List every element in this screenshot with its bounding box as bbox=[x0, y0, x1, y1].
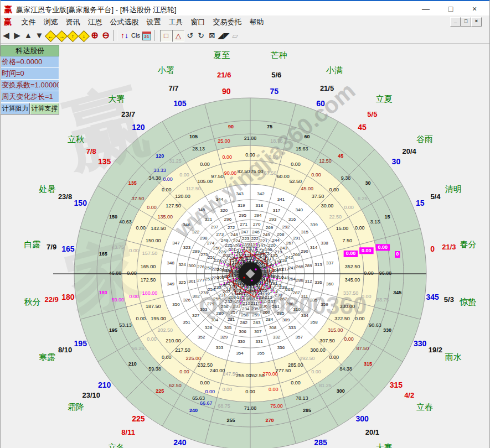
title-bar: 赢 赢家江恩专业版[赢家服务平台] - [科达股份 江恩轮] — □ × bbox=[1, 0, 489, 15]
menu-item-2[interactable]: 资讯 bbox=[61, 15, 84, 27]
page-left-icon[interactable]: ◀ bbox=[1, 30, 12, 41]
svg-text:340: 340 bbox=[296, 207, 303, 212]
svg-text:348: 348 bbox=[167, 261, 175, 265]
svg-text:291: 291 bbox=[293, 236, 301, 241]
menu-item-1[interactable]: 浏览 bbox=[39, 15, 61, 27]
svg-text:343: 343 bbox=[236, 191, 244, 196]
svg-text:120.00: 120.00 bbox=[175, 194, 190, 199]
svg-text:329: 329 bbox=[220, 335, 228, 340]
svg-text:351: 351 bbox=[183, 320, 190, 325]
svg-text:93.75: 93.75 bbox=[376, 297, 389, 303]
gann-wheel[interactable]: www.yingjia360.comQQ:100800360赢家01530456… bbox=[1, 0, 490, 448]
svg-text:321: 321 bbox=[205, 217, 213, 222]
mdi-close-button[interactable]: × bbox=[471, 17, 482, 27]
rotate-cw-icon[interactable]: ↻ bbox=[195, 30, 207, 41]
svg-text:270: 270 bbox=[265, 418, 274, 423]
svg-text:265: 265 bbox=[296, 264, 304, 269]
svg-text:84.38: 84.38 bbox=[339, 366, 352, 372]
calc-resistance-button[interactable]: 计算阻力 bbox=[1, 103, 30, 114]
triangle-tool-icon[interactable]: △ bbox=[172, 30, 184, 42]
svg-text:4/2: 4/2 bbox=[404, 391, 414, 399]
svg-text:336: 336 bbox=[314, 280, 322, 285]
svg-text:37.50: 37.50 bbox=[132, 196, 145, 201]
rotate-ccw-icon[interactable]: ↺ bbox=[184, 30, 195, 41]
svg-text:354: 354 bbox=[236, 351, 244, 356]
svg-text:273: 273 bbox=[216, 232, 224, 237]
mdi-minimize-button[interactable]: _ bbox=[450, 17, 461, 27]
svg-text:331: 331 bbox=[256, 339, 264, 344]
svg-text:235: 235 bbox=[251, 306, 259, 311]
calendar-icon[interactable]: 21 bbox=[141, 30, 152, 41]
svg-text:289: 289 bbox=[305, 263, 312, 268]
calc-support-button[interactable]: 计算支撑 bbox=[30, 103, 59, 114]
svg-text:37.50: 37.50 bbox=[312, 194, 324, 199]
svg-text:150: 150 bbox=[74, 199, 87, 207]
page-right-icon[interactable]: ▶ bbox=[12, 30, 23, 41]
page-up-icon[interactable]: ▲ bbox=[23, 30, 34, 41]
menu-item-8[interactable]: 交易委托 bbox=[209, 15, 245, 27]
svg-text:23/8: 23/8 bbox=[58, 192, 72, 201]
svg-text:327: 327 bbox=[192, 313, 200, 318]
svg-text:6.25: 6.25 bbox=[358, 196, 368, 201]
svg-text:277.50: 277.50 bbox=[276, 368, 291, 373]
svg-text:23/7: 23/7 bbox=[121, 110, 135, 118]
menu-item-5[interactable]: 设置 bbox=[142, 15, 164, 27]
close-button[interactable]: × bbox=[466, 3, 483, 15]
pin-tool-icon[interactable]: ▱ bbox=[230, 30, 241, 41]
svg-text:立冬: 立冬 bbox=[108, 442, 125, 448]
minimize-button[interactable]: — bbox=[417, 3, 434, 15]
svg-text:301: 301 bbox=[188, 279, 196, 284]
svg-text:241: 241 bbox=[288, 265, 296, 270]
svg-text:285: 285 bbox=[314, 438, 327, 447]
svg-text:15.63: 15.63 bbox=[296, 146, 308, 152]
svg-text:7.50: 7.50 bbox=[342, 238, 352, 243]
svg-text:0.00: 0.00 bbox=[136, 225, 146, 231]
svg-text:245: 245 bbox=[262, 232, 270, 237]
menu-item-3[interactable]: 江恩 bbox=[84, 15, 106, 27]
mdi-restore-button[interactable]: □ bbox=[461, 17, 471, 27]
separator bbox=[113, 30, 117, 41]
square-tool-icon[interactable]: □ bbox=[160, 30, 172, 42]
svg-text:293: 293 bbox=[269, 217, 277, 222]
svg-text:304: 304 bbox=[211, 317, 219, 322]
svg-text:60: 60 bbox=[316, 99, 325, 108]
cls-button[interactable]: Cls bbox=[130, 30, 141, 41]
svg-text:165: 165 bbox=[61, 244, 75, 253]
svg-text:雨水: 雨水 bbox=[445, 352, 462, 362]
move-up-icon[interactable]: ↑ bbox=[67, 30, 78, 41]
move-right-icon[interactable]: → bbox=[56, 30, 67, 41]
svg-text:0.00: 0.00 bbox=[129, 248, 139, 253]
menu-item-9[interactable]: 帮助 bbox=[245, 15, 267, 27]
svg-text:248: 248 bbox=[230, 232, 238, 237]
menu-item-6[interactable]: 工具 bbox=[164, 15, 187, 27]
svg-text:276: 276 bbox=[197, 264, 205, 269]
maximize-button[interactable]: □ bbox=[442, 3, 459, 15]
svg-text:68.75: 68.75 bbox=[218, 403, 230, 409]
svg-text:0.00: 0.00 bbox=[344, 205, 354, 210]
svg-text:349: 349 bbox=[167, 282, 175, 286]
svg-text:75.00: 75.00 bbox=[251, 169, 264, 174]
svg-text:0.00: 0.00 bbox=[329, 355, 339, 360]
svg-text:9.38: 9.38 bbox=[341, 175, 351, 181]
svg-text:303: 303 bbox=[200, 307, 208, 312]
move-left-icon[interactable]: ← bbox=[45, 30, 56, 41]
menu-item-0[interactable]: 文件 bbox=[17, 15, 39, 27]
scale-updown-icon[interactable]: ↑↓ bbox=[119, 30, 130, 41]
shrink-icon[interactable]: ◢◤ bbox=[218, 30, 230, 41]
svg-text:0.00: 0.00 bbox=[127, 270, 137, 276]
svg-text:30.00: 30.00 bbox=[321, 203, 334, 209]
menu-item-7[interactable]: 窗口 bbox=[187, 15, 209, 27]
svg-text:247: 247 bbox=[241, 230, 249, 235]
page-down-icon[interactable]: ▼ bbox=[34, 30, 45, 41]
zoom-in-icon[interactable]: ⊕ bbox=[89, 30, 100, 41]
fit-box-icon[interactable]: ⊠ bbox=[207, 30, 218, 41]
menu-item-4[interactable]: 公式选股 bbox=[106, 15, 142, 27]
svg-text:59.38: 59.38 bbox=[148, 366, 161, 372]
svg-text:135: 135 bbox=[128, 180, 137, 186]
zoom-out-icon[interactable]: ⊖ bbox=[100, 30, 111, 41]
svg-text:300.00: 300.00 bbox=[310, 347, 326, 353]
svg-text:0.00: 0.00 bbox=[269, 387, 278, 392]
move-down-icon[interactable]: ↓ bbox=[78, 30, 89, 41]
svg-text:0.00: 0.00 bbox=[245, 152, 255, 158]
svg-text:359: 359 bbox=[321, 302, 328, 307]
